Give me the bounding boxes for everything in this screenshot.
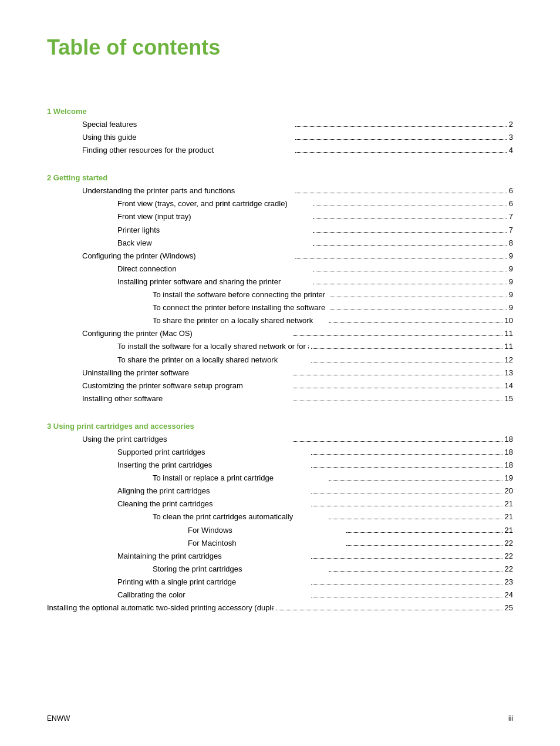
toc-entry: Using the print cartridges18	[47, 433, 513, 446]
toc-entry-dots	[313, 206, 506, 206]
toc-entry-page: 19	[505, 472, 513, 485]
toc-entry-text: Maintaining the print cartridges	[117, 550, 309, 563]
toc-entry: To install the software for a locally sh…	[47, 340, 513, 353]
footer-left: ENWW	[47, 714, 70, 723]
toc-entry: To share the printer on a locally shared…	[47, 354, 513, 367]
toc-entry-text: Finding other resources for the product	[82, 144, 293, 157]
toc-entry-text: To install the software before connectin…	[153, 288, 328, 301]
toc-entry-text: Supported print cartridges	[117, 446, 309, 459]
section-heading-3: 3 Using print cartridges and accessories	[47, 422, 513, 431]
toc-entry-text: Customizing the printer software setup p…	[82, 379, 291, 392]
toc-entry-page: 11	[505, 340, 513, 353]
toc-entry-page: 9	[509, 275, 513, 288]
toc-entry: Maintaining the print cartridges22	[47, 550, 513, 563]
toc-section-3: 3 Using print cartridges and accessories…	[47, 422, 513, 614]
toc-entry-dots	[295, 152, 506, 153]
toc-entry-text: To share the printer on a locally shared…	[117, 354, 309, 367]
toc-entry-page: 20	[505, 485, 513, 498]
toc-entry: Using this guide3	[47, 131, 513, 144]
toc-entry-text: To connect the printer before installing…	[153, 301, 328, 314]
toc-entry: Uninstalling the printer software13	[47, 367, 513, 379]
toc-entry-dots	[294, 401, 502, 401]
toc-entry: Direct connection9	[47, 263, 513, 275]
toc-entry-text: Printing with a single print cartridge	[117, 576, 309, 589]
toc-entry-text: Using this guide	[82, 131, 293, 144]
toc-entry: Back view8	[47, 237, 513, 250]
toc-entry-dots	[330, 297, 506, 297]
toc-entry-dots	[346, 545, 502, 546]
toc-entry-page: 15	[505, 392, 513, 405]
toc-entry-page: 12	[505, 354, 513, 367]
toc-entry-page: 9	[509, 301, 513, 314]
toc-entry-page: 22	[505, 537, 513, 550]
toc-entry-text: Printer lights	[117, 224, 311, 237]
toc-entry-dots	[311, 506, 502, 506]
toc-entry-text: To install or replace a print cartridge	[153, 472, 326, 485]
toc-entry-text: Cleaning the print cartridges	[117, 498, 309, 510]
toc-entry-text: Back view	[117, 237, 311, 250]
toc-entry-page: 14	[505, 379, 513, 392]
toc-entry: To share the printer on a locally shared…	[47, 314, 513, 327]
toc-entry-page: 9	[509, 288, 513, 301]
toc-entry: Configuring the printer (Windows)9	[47, 250, 513, 263]
toc-entry: Supported print cartridges18	[47, 446, 513, 459]
toc-entry-text: Using the print cartridges	[82, 433, 291, 446]
toc-entry: Installing printer software and sharing …	[47, 275, 513, 288]
toc-entry-page: 6	[509, 184, 513, 197]
toc-entry-page: 21	[505, 524, 513, 537]
toc-entry-page: 7	[509, 224, 513, 237]
toc-entry-dots	[313, 245, 506, 246]
toc-entry-dots	[313, 284, 506, 284]
toc-entry-page: 3	[509, 131, 513, 144]
toc-entry: Installing other software15	[47, 392, 513, 405]
toc-entry-page: 22	[505, 563, 513, 576]
toc-entry-page: 18	[505, 446, 513, 459]
toc-entry-dots	[329, 322, 502, 323]
toc-entry-page: 8	[509, 237, 513, 250]
toc-entry: Special features2	[47, 118, 513, 131]
toc-entry-text: Configuring the printer (Mac OS)	[82, 327, 291, 340]
section-heading-1: 1 Welcome	[47, 107, 513, 116]
toc-entry: To connect the printer before installing…	[47, 301, 513, 314]
toc-entry-text: Direct connection	[117, 263, 311, 275]
toc-entry: Printing with a single print cartridge23	[47, 576, 513, 589]
toc-entry: Storing the print cartridges22	[47, 563, 513, 576]
toc-entry-page: 23	[505, 576, 513, 589]
toc-section-1: 1 WelcomeSpecial features2Using this gui…	[47, 107, 513, 157]
toc-entry-page: 24	[505, 589, 513, 601]
toc-entry-dots	[311, 467, 502, 468]
toc-entry-dots	[313, 271, 506, 271]
toc-entry-text: Uninstalling the printer software	[82, 367, 291, 379]
toc-entry-dots	[295, 139, 506, 140]
toc-entry: For Macintosh22	[47, 537, 513, 550]
toc-entry: Calibrating the color24	[47, 589, 513, 601]
toc-entry-dots	[295, 193, 506, 193]
toc-entry-text: Installing the optional automatic two-si…	[47, 601, 274, 614]
toc-entry-dots	[313, 232, 506, 233]
toc-entry-text: Installing printer software and sharing …	[117, 275, 311, 288]
toc-entry-dots	[311, 348, 502, 349]
toc-entry-dots	[311, 362, 502, 362]
toc-entry: Inserting the print cartridges18	[47, 459, 513, 472]
toc-entry-page: 21	[505, 510, 513, 523]
toc-entry-text: To install the software for a locally sh…	[117, 340, 309, 353]
toc-entry: Front view (input tray)7	[47, 210, 513, 223]
toc-entry-page: 6	[509, 197, 513, 210]
toc-entry-text: Aligning the print cartridges	[117, 485, 309, 498]
toc-entry-text: To clean the print cartridges automatica…	[153, 510, 326, 523]
toc-entry-text: Inserting the print cartridges	[117, 459, 309, 472]
toc-entry-page: 2	[509, 118, 513, 131]
toc-entry: Customizing the printer software setup p…	[47, 379, 513, 392]
toc-entry-text: Front view (input tray)	[117, 210, 311, 223]
toc-entry: Configuring the printer (Mac OS)11	[47, 327, 513, 340]
footer: ENWW iii	[47, 714, 513, 723]
toc-entry-dots	[329, 571, 502, 572]
toc-entry-dots	[311, 454, 502, 455]
toc-entry: Aligning the print cartridges20	[47, 485, 513, 498]
toc-entry-page: 18	[505, 433, 513, 446]
toc-entry: Understanding the printer parts and func…	[47, 184, 513, 197]
toc-entry-page: 21	[505, 498, 513, 510]
toc-entry: To clean the print cartridges automatica…	[47, 510, 513, 523]
toc-entry-page: 11	[505, 327, 513, 340]
toc-section-2: 2 Getting startedUnderstanding the print…	[47, 173, 513, 405]
